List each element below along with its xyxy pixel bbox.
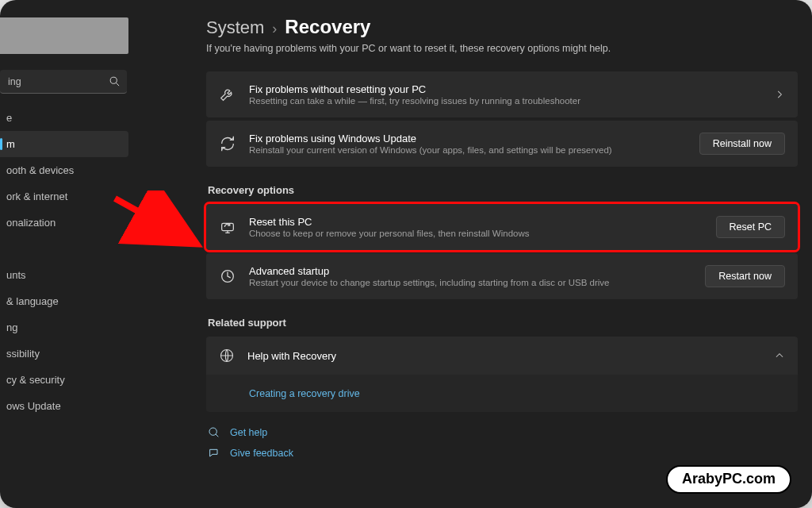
support-header[interactable]: Help with Recovery [206,337,798,375]
link-recovery-drive[interactable]: Creating a recovery drive [249,388,360,399]
sidebar-item-gaming[interactable]: ng [0,314,128,341]
main-content: System › Recovery If you're having probl… [135,0,812,508]
card-subtitle: Resetting can take a while — first, try … [249,96,761,106]
link-get-help[interactable]: Get help [230,427,267,438]
search-input[interactable] [0,70,127,94]
card-title: Fix problems using Windows Update [249,133,687,144]
restart-now-button[interactable]: Restart now [705,265,785,287]
support-title: Help with Recovery [247,350,336,362]
svg-point-5 [209,428,216,435]
sidebar-item-time[interactable]: & language [0,288,128,314]
sidebar-item-accounts[interactable]: unts [0,262,128,288]
section-recovery-options: Recovery options [208,184,798,196]
watermark-badge: ArabyPC.com [666,465,791,494]
breadcrumb: System › Recovery [206,16,798,38]
card-fix-update[interactable]: Fix problems using Windows Update Reinst… [206,121,798,167]
card-title: Advanced startup [249,265,692,277]
intro-text: If you're having problems with your PC o… [206,43,798,54]
card-fix-problems[interactable]: Fix problems without resetting your PC R… [206,71,798,117]
support-body: Creating a recovery drive [206,375,798,412]
card-subtitle: Choose to keep or remove your personal f… [249,229,703,238]
card-body: Fix problems without resetting your PC R… [249,83,761,106]
card-body: Fix problems using Windows Update Reinst… [249,133,687,155]
card-reset-pc[interactable]: Reset this PC Choose to keep or remove y… [206,204,798,250]
sidebar-item-privacy[interactable]: cy & security [0,367,128,393]
reset-pc-icon [219,218,236,236]
globe-icon [219,348,235,364]
section-related-support: Related support [208,317,798,329]
wrench-icon [219,86,236,103]
search-icon [109,75,121,87]
sidebar-item-accessibility[interactable]: ssibility [0,341,128,367]
card-body: Reset this PC Choose to keep or remove y… [249,216,703,238]
card-subtitle: Restart your device to change startup se… [249,278,692,287]
chevron-right-icon [774,89,785,100]
sidebar-item-network[interactable]: ork & internet [0,183,128,210]
sync-icon [219,135,236,152]
get-help-row[interactable]: Get help [208,426,798,439]
chevron-right-icon: › [272,21,277,37]
feedback-icon [208,447,220,460]
sidebar-item-update[interactable]: ows Update [0,393,128,419]
chevron-up-icon [774,350,785,361]
card-subtitle: Reinstall your current version of Window… [249,145,687,155]
card-title: Fix problems without resetting your PC [249,83,761,95]
sidebar-item-personalization[interactable]: onalization [0,210,128,236]
sidebar-item-apps[interactable] [0,236,135,262]
footer-links: Get help Give feedback [206,426,798,460]
breadcrumb-parent[interactable]: System [206,17,264,38]
card-body: Advanced startup Restart your device to … [249,265,692,287]
card-advanced-startup[interactable]: Advanced startup Restart your device to … [206,253,798,299]
link-give-feedback[interactable]: Give feedback [230,448,293,459]
account-avatar-block[interactable] [0,17,128,54]
reset-pc-button[interactable]: Reset PC [716,216,786,238]
sidebar-nav: e m ooth & devices ork & internet onaliz… [0,105,135,419]
feedback-row[interactable]: Give feedback [208,447,798,460]
reinstall-now-button[interactable]: Reinstall now [699,133,785,155]
sidebar-item-bluetooth[interactable]: ooth & devices [0,157,128,183]
sidebar-item-system[interactable]: m [0,131,128,157]
sidebar-item-home[interactable]: e [0,105,128,131]
settings-window: e m ooth & devices ork & internet onaliz… [0,0,812,508]
svg-line-1 [116,83,119,86]
advanced-startup-icon [219,267,236,285]
help-icon [208,426,220,439]
card-title: Reset this PC [249,216,703,228]
sidebar: e m ooth & devices ork & internet onaliz… [0,0,135,508]
page-title: Recovery [285,16,370,38]
search-wrap [0,70,127,94]
svg-point-0 [110,77,117,83]
